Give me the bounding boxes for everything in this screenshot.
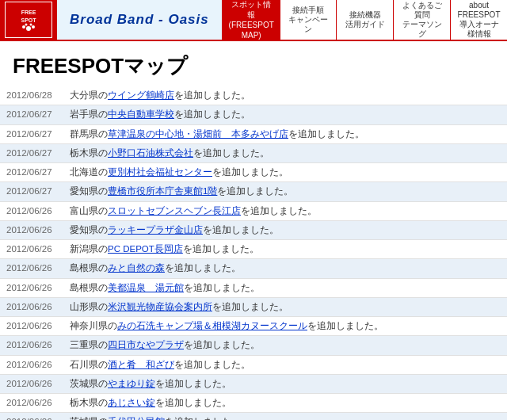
- svg-point-5: [25, 24, 28, 26]
- date-cell: 2012/06/27: [0, 182, 63, 201]
- table-row: 2012/06/28大分県のウイング鶴崎店を追加しました。: [0, 86, 507, 105]
- table-row: 2012/06/26愛知県のラッキープラザ金山店を追加しました。: [0, 220, 507, 239]
- content-cell: 神奈川県のみの石洗キャンプ場＆相模湖カヌースクールを追加しました。: [63, 317, 507, 336]
- svg-point-3: [22, 25, 25, 29]
- table-row: 2012/06/26茨城県のやまゆり錠を追加しました。: [0, 374, 507, 393]
- date-cell: 2012/06/26: [0, 297, 63, 316]
- entry-link[interactable]: 美都温泉 湯元館: [108, 283, 184, 292]
- svg-point-2: [26, 26, 31, 31]
- table-row: 2012/06/27愛知県の豊橋市役所本庁舎東館1階を追加しました。: [0, 182, 507, 201]
- table-row: 2012/06/26山形県の米沢観光物産協会案内所を追加しました。: [0, 297, 507, 316]
- date-cell: 2012/06/26: [0, 413, 63, 420]
- content-cell: 群馬県の草津温泉の中心地・湯畑前 本多みやげ店を追加しました。: [63, 124, 507, 143]
- date-cell: 2012/06/26: [0, 394, 63, 413]
- entry-link[interactable]: PC DEPOT長岡店: [108, 244, 183, 254]
- date-cell: 2012/06/26: [0, 355, 63, 374]
- content-cell: 石川県の酒と肴 和ざびを追加しました。: [63, 355, 507, 374]
- entry-link[interactable]: 草津温泉の中心地・湯畑前 本多みやげ店: [108, 129, 288, 139]
- table-row: 2012/06/26神奈川県のみの石洗キャンプ場＆相模湖カヌースクールを追加しま…: [0, 317, 507, 336]
- content-cell: 富山県のスロットセブンスヘブン長江店を追加しました。: [63, 201, 507, 220]
- content-cell: 山形県の米沢観光物産協会案内所を追加しました。: [63, 297, 507, 316]
- table-row: 2012/06/27北海道の更別村社会福祉センターを追加しました。: [0, 163, 507, 182]
- content-cell: 島根県のみと自然の森を追加しました。: [63, 259, 507, 278]
- entry-link[interactable]: やまゆり錠: [108, 379, 155, 388]
- date-cell: 2012/06/26: [0, 374, 63, 393]
- date-cell: 2012/06/26: [0, 240, 63, 259]
- page-title: FREESPOTマップ: [13, 52, 494, 80]
- entry-link[interactable]: 豊橋市役所本庁舎東館1階: [108, 186, 217, 196]
- content-cell: 栃木県のあじさい錠を追加しました。: [63, 394, 507, 413]
- content-cell: 茨城県のやまゆり錠を追加しました。: [63, 374, 507, 393]
- entry-link[interactable]: ウイング鶴崎店: [108, 90, 174, 100]
- content-cell: 愛知県のラッキープラザ金山店を追加しました。: [63, 220, 507, 239]
- table-row: 2012/06/26新潟県のPC DEPOT長岡店を追加しました。: [0, 240, 507, 259]
- entry-link[interactable]: ラッキープラザ金山店: [108, 225, 203, 235]
- table-row: 2012/06/26富山県のスロットセブンスヘブン長江店を追加しました。: [0, 201, 507, 220]
- content-cell: 北海道の更別村社会福祉センターを追加しました。: [63, 163, 507, 182]
- table-row: 2012/06/27栃木県の小野口石油株式会社を追加しました。: [0, 143, 507, 162]
- entry-link[interactable]: あじさい錠: [108, 398, 155, 407]
- content-cell: 茨城県の千代田公民館を追加しました。: [63, 413, 507, 420]
- svg-text:FREE: FREE: [21, 10, 36, 15]
- table-row: 2012/06/26石川県の酒と肴 和ざびを追加しました。: [0, 355, 507, 374]
- content-cell: 栃木県の小野口石油株式会社を追加しました。: [63, 143, 507, 162]
- table-row: 2012/06/27群馬県の草津温泉の中心地・湯畑前 本多みやげ店を追加しました…: [0, 124, 507, 143]
- svg-point-6: [30, 24, 32, 26]
- table-row: 2012/06/26島根県の美都温泉 湯元館を追加しました。: [0, 278, 507, 297]
- date-cell: 2012/06/26: [0, 259, 63, 278]
- entries-body: 2012/06/28大分県のウイング鶴崎店を追加しました。2012/06/27岩…: [0, 86, 507, 420]
- nav-row: スポット情報(FREESPOT MAP) 接続手順 キャンペーン 接続機器 活用…: [223, 0, 507, 40]
- entry-link[interactable]: 酒と肴 和ざび: [108, 360, 174, 369]
- entry-link[interactable]: みの石洗キャンプ場＆相模湖カヌースクール: [117, 321, 307, 330]
- entry-link[interactable]: 米沢観光物産協会案内所: [108, 302, 212, 311]
- date-cell: 2012/06/27: [0, 124, 63, 143]
- entry-link[interactable]: 千代田公民館: [108, 417, 165, 420]
- date-cell: 2012/06/26: [0, 278, 63, 297]
- content-cell: 大分県のウイング鶴崎店を追加しました。: [63, 86, 507, 105]
- page-title-area: FREESPOTマップ: [0, 41, 507, 86]
- content-cell: 岩手県の中央自動車学校を追加しました。: [63, 105, 507, 124]
- date-cell: 2012/06/26: [0, 220, 63, 239]
- logo-area: FREE SPOT: [0, 0, 57, 40]
- content-cell: 新潟県のPC DEPOT長岡店を追加しました。: [63, 240, 507, 259]
- svg-point-4: [32, 25, 35, 29]
- table-row: 2012/06/27岩手県の中央自動車学校を追加しました。: [0, 105, 507, 124]
- brand-title: Broad Band - Oasis: [70, 12, 209, 28]
- table-row: 2012/06/26栃木県のあじさい錠を追加しました。: [0, 394, 507, 413]
- nav-about[interactable]: about FREESPOT 導入オーナ様情報: [451, 0, 507, 40]
- header: FREE SPOT Broad Band - Oasis スポット情報(FREE…: [0, 0, 507, 41]
- nav-faq[interactable]: よくあるご質問 テーマソング: [394, 0, 451, 40]
- table-row: 2012/06/26島根県のみと自然の森を追加しました。: [0, 259, 507, 278]
- date-cell: 2012/06/26: [0, 201, 63, 220]
- content-cell: 三重県の四日市なやプラザを追加しました。: [63, 336, 507, 355]
- date-cell: 2012/06/27: [0, 143, 63, 162]
- entry-link[interactable]: 中央自動車学校: [108, 109, 174, 119]
- date-cell: 2012/06/26: [0, 317, 63, 336]
- entry-link[interactable]: 更別村社会福祉センター: [108, 167, 212, 177]
- table-row: 2012/06/26茨城県の千代田公民館を追加しました。: [0, 413, 507, 420]
- entry-link[interactable]: スロットセブンスヘブン長江店: [108, 206, 241, 216]
- entry-link[interactable]: 四日市なやプラザ: [108, 340, 184, 349]
- content-cell: 島根県の美都温泉 湯元館を追加しました。: [63, 278, 507, 297]
- table-row: 2012/06/26三重県の四日市なやプラザを追加しました。: [0, 336, 507, 355]
- entry-link[interactable]: 小野口石油株式会社: [108, 148, 193, 158]
- nav-freespot-map[interactable]: スポット情報(FREESPOT MAP): [223, 0, 280, 40]
- date-cell: 2012/06/26: [0, 336, 63, 355]
- nav-area: スポット情報(FREESPOT MAP) 接続手順 キャンペーン 接続機器 活用…: [223, 0, 507, 40]
- date-cell: 2012/06/27: [0, 163, 63, 182]
- entry-link[interactable]: みと自然の森: [108, 263, 165, 273]
- freespot-logo: FREE SPOT: [5, 2, 52, 38]
- content-cell: 愛知県の豊橋市役所本庁舎東館1階を追加しました。: [63, 182, 507, 201]
- nav-connection[interactable]: 接続手順 キャンペーン: [280, 0, 337, 40]
- date-cell: 2012/06/27: [0, 105, 63, 124]
- svg-text:SPOT: SPOT: [21, 17, 36, 23]
- date-cell: 2012/06/28: [0, 86, 63, 105]
- nav-device[interactable]: 接続機器 活用ガイド: [337, 0, 394, 40]
- entries-table: 2012/06/28大分県のウイング鶴崎店を追加しました。2012/06/27岩…: [0, 86, 507, 420]
- brand-area: Broad Band - Oasis: [57, 0, 223, 40]
